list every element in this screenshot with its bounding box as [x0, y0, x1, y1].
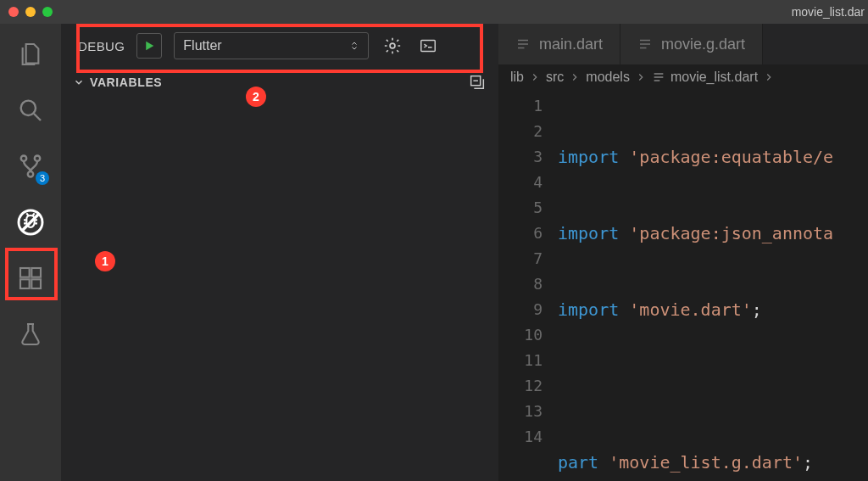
svg-rect-12 — [421, 41, 436, 52]
debug-toolbar: DEBUG Flutter — [61, 24, 498, 68]
svg-point-0 — [21, 101, 36, 115]
start-debug-button[interactable] — [136, 33, 162, 59]
svg-rect-9 — [31, 279, 41, 288]
svg-rect-7 — [20, 268, 30, 277]
debug-activity[interactable] — [14, 205, 47, 239]
terminal-icon — [419, 36, 437, 55]
crumb-file[interactable]: movie_list.dart — [652, 70, 775, 85]
chevron-right-icon — [529, 71, 541, 83]
variables-section-header[interactable]: VARIABLES — [61, 68, 498, 95]
svg-line-1 — [34, 114, 41, 120]
minimize-window-button[interactable] — [25, 7, 36, 17]
extensions-activity[interactable] — [14, 261, 47, 295]
svg-rect-8 — [20, 279, 30, 288]
gear-icon — [383, 36, 402, 55]
editor-tabs: main.dart movie.g.dart — [498, 24, 868, 64]
chevron-down-icon — [73, 76, 85, 88]
debug-config-select[interactable]: Flutter — [174, 32, 369, 59]
no-bug-icon — [17, 209, 44, 236]
dart-file-icon — [515, 36, 531, 52]
search-activity[interactable] — [14, 93, 47, 127]
source-control-activity[interactable]: 3 — [14, 149, 47, 183]
chevron-right-icon — [635, 71, 647, 83]
chevron-right-icon — [763, 71, 775, 83]
svg-rect-10 — [31, 268, 41, 277]
line-numbers: 1234567891011121314 — [498, 90, 558, 481]
tab-label: main.dart — [539, 36, 603, 53]
chevron-right-icon — [569, 71, 581, 83]
svg-point-4 — [28, 171, 33, 176]
activity-bar: 3 — [0, 24, 61, 481]
collapse-all-icon[interactable] — [468, 73, 487, 92]
tab-label: movie.g.dart — [661, 36, 745, 53]
close-window-button[interactable] — [8, 7, 19, 17]
svg-point-11 — [390, 43, 395, 48]
breadcrumbs[interactable]: lib src models movie_list.dart — [498, 64, 868, 90]
svg-point-3 — [35, 155, 40, 160]
chevron-updown-icon — [349, 39, 359, 53]
debug-sidebar: DEBUG Flutter VARIABLES 2 1 — [61, 24, 498, 481]
crumb-src[interactable]: src — [546, 70, 581, 85]
dart-file-icon — [652, 70, 665, 84]
variables-label: VARIABLES — [90, 76, 162, 89]
svg-point-2 — [21, 155, 26, 160]
tab-movie-g-dart[interactable]: movie.g.dart — [620, 24, 763, 64]
tab-main-dart[interactable]: main.dart — [498, 24, 620, 64]
dart-file-icon — [637, 36, 653, 52]
code-editor[interactable]: 1234567891011121314 import 'package:equa… — [498, 90, 868, 481]
debug-label: DEBUG — [78, 39, 125, 53]
maximize-window-button[interactable] — [42, 7, 53, 17]
beaker-icon — [17, 321, 44, 348]
testing-activity[interactable] — [14, 317, 47, 351]
crumb-models[interactable]: models — [586, 70, 647, 85]
window-titlebar: movie_list.dar — [0, 0, 868, 24]
window-controls — [8, 7, 53, 17]
code-content[interactable]: import 'package:equatable/e import 'pack… — [558, 90, 833, 481]
crumb-lib[interactable]: lib — [510, 70, 541, 85]
extensions-icon — [17, 265, 44, 292]
window-title: movie_list.dar — [788, 0, 868, 24]
search-icon — [17, 97, 44, 124]
debug-console-button[interactable] — [416, 34, 440, 58]
debug-settings-button[interactable] — [381, 34, 404, 58]
files-icon — [17, 41, 44, 68]
editor-group: main.dart movie.g.dart lib src models mo… — [498, 24, 868, 481]
explorer-activity[interactable] — [14, 37, 47, 71]
play-icon — [142, 38, 157, 53]
scm-badge: 3 — [36, 171, 49, 185]
debug-config-name: Flutter — [183, 38, 221, 53]
annotation-callout-1: 1 — [95, 251, 115, 271]
